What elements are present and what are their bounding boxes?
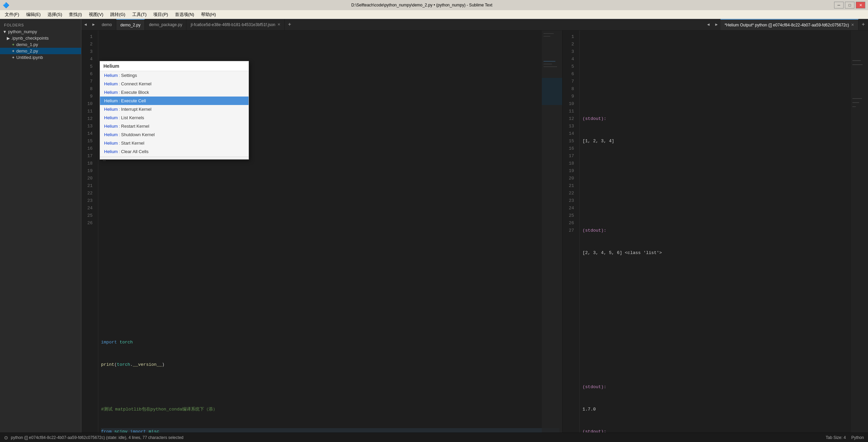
chevron-down-icon: ▼: [3, 29, 7, 34]
left-tab-bar: ◀ ▶ demo demo_2.py demo_package.py jl-fc…: [81, 19, 868, 30]
sidebar-item-label: python_numpy: [8, 29, 37, 34]
r-code-line-5: [1, 2, 3, 4]: [583, 138, 865, 145]
line-num-16: 16: [81, 145, 95, 152]
tab-next-button[interactable]: ▶: [90, 19, 98, 30]
dropdown-item-list-kernels[interactable]: Helium : List Kernels: [100, 113, 249, 122]
plugin-name: Helium: [104, 73, 118, 78]
line-num-5: 5: [81, 63, 95, 70]
tab-label: jl-fca6ce5d-e38e-46f8-b181-b4531e3bf51f.…: [191, 22, 275, 27]
dropdown-item-connect[interactable]: Helium : Connect Kernel: [100, 80, 249, 88]
close-button[interactable]: ✕: [856, 2, 865, 8]
minimize-button[interactable]: ─: [834, 2, 844, 8]
tab-demo[interactable]: demo: [98, 19, 116, 30]
menu-help[interactable]: 帮助(H): [198, 11, 219, 18]
code-line-10: [101, 249, 559, 257]
svg-rect-8: [852, 60, 861, 61]
r-code-line-8: [583, 205, 865, 212]
sidebar-item-ipynb-checkpoints[interactable]: ▶ .ipynb_checkpoints: [0, 35, 81, 41]
sidebar-item-demo1[interactable]: ✦ demo_1.py: [0, 41, 81, 48]
line-num-7: 7: [81, 78, 95, 85]
r-line-num-27: 27: [563, 227, 577, 234]
line-num-12: 12: [81, 115, 95, 123]
plugin-name: Helium: [104, 107, 118, 112]
code-line-1: [101, 48, 559, 56]
svg-rect-12: [852, 106, 856, 107]
dropdown-item-start[interactable]: Helium : Start Kernel: [100, 139, 249, 147]
r-code-line-6: [583, 160, 865, 167]
cmd-name: Execute Cell: [121, 98, 146, 103]
code-line-8: [101, 205, 559, 212]
dropdown-item-restart[interactable]: Helium : Restart Kernel: [100, 122, 249, 130]
tab-add-button[interactable]: +: [285, 19, 294, 30]
tab-close-icon[interactable]: ✕: [277, 22, 280, 27]
separator: :: [119, 124, 120, 129]
tab-prev-button[interactable]: ◀: [81, 19, 90, 30]
menu-tools[interactable]: 工具(T): [129, 11, 150, 18]
line-num-21: 21: [81, 182, 95, 190]
tab-close-helium-icon[interactable]: ✕: [851, 23, 854, 27]
tab-demo-package[interactable]: demo_package.py: [145, 19, 186, 30]
tab-helium-output[interactable]: *Helium Output* python ([] e074cf84-8c22…: [721, 19, 859, 30]
menu-edit[interactable]: 编辑(E): [23, 11, 44, 18]
menu-file[interactable]: 文件(F): [1, 11, 23, 18]
r-line-num-2: 2: [563, 41, 577, 48]
status-icon: ⊙: [4, 435, 8, 440]
line-num-19: 19: [81, 167, 95, 175]
code-line-12: [101, 294, 559, 301]
dropdown-item-interrupt[interactable]: Helium : Interrupt Kernel: [100, 105, 249, 113]
separator: :: [119, 141, 120, 146]
menu-goto[interactable]: 跳转(G): [107, 11, 129, 18]
r-line-num-26: 26: [563, 219, 577, 227]
separator: :: [119, 73, 120, 78]
tab-right-add-button[interactable]: +: [859, 19, 868, 30]
plugin-name: Helium: [104, 115, 118, 120]
sidebar-item-demo2[interactable]: ✦ demo_2.py: [0, 48, 81, 54]
dropdown-item-settings[interactable]: Helium : Settings: [100, 71, 249, 80]
tab-label: demo_2.py: [120, 23, 140, 27]
svg-rect-10: [852, 98, 862, 99]
maximize-button[interactable]: □: [845, 2, 854, 8]
sidebar-item-untitled[interactable]: ✦ Untitled.ipynb: [0, 54, 81, 61]
menu-preferences[interactable]: 首选项(N): [172, 11, 198, 18]
line-num-17: 17: [81, 152, 95, 160]
sidebar-item-label: demo_2.py: [16, 48, 38, 54]
svg-rect-3: [544, 61, 555, 62]
menu-find[interactable]: 查找(I): [65, 11, 85, 18]
code-line-15: print(torch.__version__): [101, 361, 559, 369]
cmd-name: Interrupt Kernel: [121, 107, 152, 112]
cmd-name: Connect Kernel: [121, 81, 152, 86]
r-code-line-11: [583, 272, 865, 279]
r-code-line-14: [583, 339, 865, 346]
svg-rect-2: [544, 36, 550, 37]
title-bar-icon: 🔷: [3, 2, 9, 8]
menu-view[interactable]: 视图(V): [85, 11, 107, 18]
line-num-26: 26: [81, 219, 95, 227]
tab-json[interactable]: jl-fca6ce5d-e38e-46f8-b181-b4531e3bf51f.…: [186, 19, 285, 30]
r-line-num-7: 7: [563, 78, 577, 85]
separator: :: [119, 149, 120, 154]
dropdown-item-execute-cell[interactable]: Helium : Execute Cell: [100, 97, 249, 105]
menu-project[interactable]: 项目(P): [150, 11, 171, 18]
menu-select[interactable]: 选择(S): [44, 11, 65, 18]
status-language[interactable]: Python: [851, 435, 864, 440]
dropdown-item-clear-cells[interactable]: Helium : Clear All Cells: [100, 147, 249, 156]
dropdown-item-execute-block[interactable]: Helium : Execute Block: [100, 88, 249, 97]
plugin-name: Helium: [104, 141, 118, 146]
tab-right-next-button[interactable]: ▶: [712, 19, 721, 30]
window-title: D:\Selfteach\code\python_numpy\demo_2.py…: [9, 3, 834, 7]
right-line-numbers: 1 2 3 4 5 6 7 8 9 10 11 12 13 14: [563, 30, 580, 433]
r-line-num-18: 18: [563, 160, 577, 167]
right-code-area[interactable]: 1 2 3 4 5 6 7 8 9 10 11 12 13 14: [563, 30, 868, 433]
status-tab-size[interactable]: Tab Size: 4: [826, 435, 846, 440]
tab-demo2[interactable]: demo_2.py: [116, 19, 145, 30]
main-layout: FOLDERS ▼ python_numpy ▶ .ipynb_checkpoi…: [0, 19, 868, 433]
tab-label: demo: [102, 22, 112, 27]
dropdown-item-shutdown[interactable]: Helium : Shutdown Kernel: [100, 130, 249, 139]
sidebar-item-python-numpy[interactable]: ▼ python_numpy: [0, 28, 81, 35]
cmd-name: Settings: [121, 73, 137, 78]
line-num-14: 14: [81, 130, 95, 138]
svg-rect-6: [542, 78, 562, 105]
plugin-name: Helium: [104, 149, 118, 154]
r-line-num-11: 11: [563, 108, 577, 115]
tab-right-prev-button[interactable]: ◀: [704, 19, 712, 30]
